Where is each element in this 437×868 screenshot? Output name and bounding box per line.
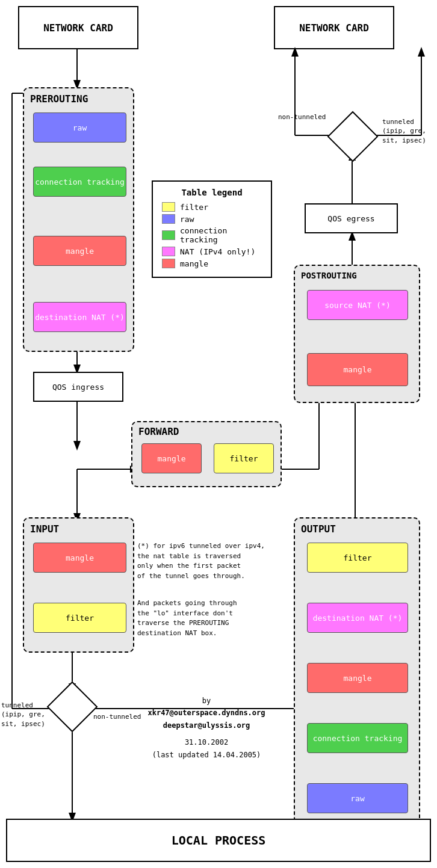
local-process-label: LOCAL PROCESS bbox=[172, 833, 266, 848]
out-mangle-box: mangle bbox=[307, 663, 408, 693]
right-top-diamond bbox=[335, 119, 371, 155]
credit-line2: deepstar@ulyssis.org bbox=[137, 719, 276, 731]
credit-updated: (last updated 14.04.2005) bbox=[137, 749, 276, 761]
non-tunneled-right: non-tunneled bbox=[278, 113, 326, 121]
prerouting-box: PREROUTING raw connection tracking mangl… bbox=[23, 87, 134, 352]
legend-color-conntrack bbox=[162, 230, 175, 240]
post-mangle-box: mangle bbox=[307, 353, 408, 386]
out-filter-box: filter bbox=[307, 543, 408, 573]
qos-egress-label: QOS egress bbox=[327, 214, 374, 223]
in-filter-box: filter bbox=[33, 603, 126, 633]
non-tunneled-label-bottom: non-tunneled bbox=[93, 713, 141, 721]
qos-ingress-box: QOS ingress bbox=[33, 372, 123, 402]
in-mangle-box: mangle bbox=[33, 543, 126, 573]
prerouting-label: PREROUTING bbox=[30, 93, 88, 105]
bottom-diamond bbox=[54, 689, 90, 725]
diagram: NETWORK CARD NETWORK CARD PREROUTING raw… bbox=[0, 0, 437, 868]
output-label: OUTPUT bbox=[301, 523, 336, 535]
qos-egress-box: QOS egress bbox=[305, 203, 398, 233]
postrouting-label: POSTROUTING bbox=[301, 271, 357, 280]
fwd-filter-box: filter bbox=[214, 443, 274, 473]
credit-date: 31.10.2002 bbox=[137, 736, 276, 748]
legend-color-mangle bbox=[162, 259, 175, 268]
forward-label: FORWARD bbox=[138, 426, 179, 437]
network-card-left: NETWORK CARD bbox=[18, 6, 138, 49]
tunneled-label-bottom: tunneled (ipip, gre, sit, ipsec) bbox=[1, 701, 45, 728]
local-process-bar: LOCAL PROCESS bbox=[6, 819, 431, 862]
legend-item-raw: raw bbox=[162, 214, 262, 224]
pre-raw-box: raw bbox=[33, 112, 126, 143]
out-raw-box: raw bbox=[307, 783, 408, 813]
credit-line1: xkr47@outerspace.dyndns.org bbox=[137, 707, 276, 719]
out-dnat-box: destination NAT (*) bbox=[307, 603, 408, 633]
footnote-1: (*) for ipv6 tunneled over ipv4, the nat… bbox=[137, 541, 276, 581]
legend-color-filter bbox=[162, 202, 175, 212]
legend-color-raw bbox=[162, 214, 175, 224]
legend-item-nat: NAT (IPv4 only!) bbox=[162, 247, 262, 256]
postrouting-box: POSTROUTING source NAT (*) mangle bbox=[294, 265, 420, 403]
pre-mangle-box: mangle bbox=[33, 236, 126, 266]
legend-item-mangle: mangle bbox=[162, 259, 262, 268]
tunneled-right: tunneled (ipip, gre, sit, ipsec) bbox=[382, 117, 426, 145]
pre-conntrack-box: connection tracking bbox=[33, 167, 126, 197]
forward-box: FORWARD mangle filter bbox=[131, 421, 282, 487]
credit-by: by bbox=[137, 695, 276, 707]
legend-title: Table legend bbox=[162, 188, 262, 197]
post-snat-box: source NAT (*) bbox=[307, 290, 408, 320]
fwd-mangle-box: mangle bbox=[141, 443, 202, 473]
footnote-2: And packets going through the "lo" inter… bbox=[137, 599, 276, 638]
legend-color-nat bbox=[162, 247, 175, 256]
output-box: OUTPUT filter destination NAT (*) mangle… bbox=[294, 517, 420, 824]
network-card-right: NETWORK CARD bbox=[274, 6, 394, 49]
legend-item-conntrack: connection tracking bbox=[162, 226, 262, 244]
legend-item-filter: filter bbox=[162, 202, 262, 212]
pre-dnat-box: destination NAT (*) bbox=[33, 302, 126, 332]
input-box: INPUT mangle filter bbox=[23, 517, 134, 653]
input-label: INPUT bbox=[30, 523, 59, 535]
out-conntrack-box: connection tracking bbox=[307, 723, 408, 753]
legend-box: Table legend filter raw connection track… bbox=[152, 180, 272, 278]
credit-section: by xkr47@outerspace.dyndns.org deepstar@… bbox=[137, 695, 276, 761]
qos-ingress-label: QOS ingress bbox=[52, 383, 104, 392]
